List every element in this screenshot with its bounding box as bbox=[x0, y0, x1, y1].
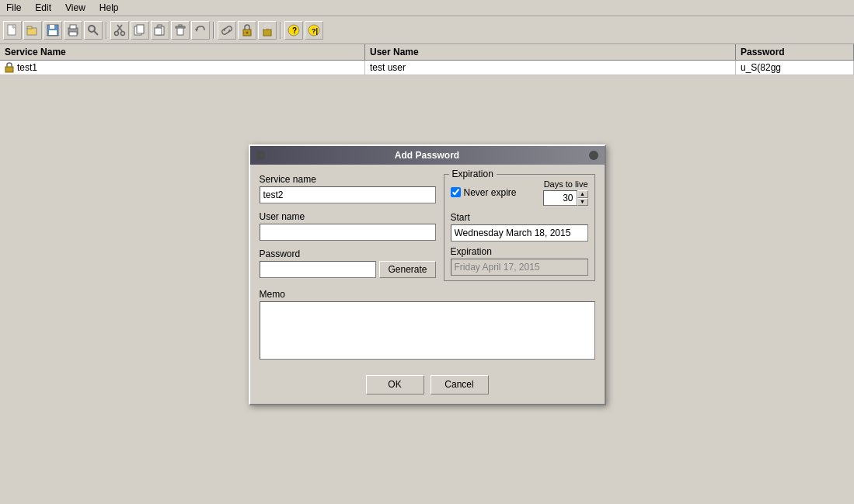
toolbar-help[interactable]: ? bbox=[284, 21, 303, 40]
menu-file[interactable]: File bbox=[3, 2, 24, 14]
memo-area: Memo bbox=[260, 289, 595, 360]
user-name-input[interactable] bbox=[260, 224, 436, 241]
password-input[interactable] bbox=[260, 261, 377, 278]
svg-rect-5 bbox=[50, 25, 54, 29]
generate-button[interactable]: Generate bbox=[379, 261, 435, 278]
toolbar-sep1 bbox=[106, 22, 107, 39]
start-label: Start bbox=[451, 212, 588, 223]
toolbar-sep2 bbox=[213, 22, 214, 39]
svg-text:?|: ?| bbox=[312, 27, 318, 35]
svg-rect-17 bbox=[137, 25, 144, 33]
service-name-field: Service name bbox=[260, 174, 436, 203]
memo-textarea[interactable] bbox=[260, 301, 595, 360]
memo-label: Memo bbox=[260, 289, 595, 300]
toolbar-copy[interactable] bbox=[131, 21, 149, 40]
toolbar-find[interactable] bbox=[84, 21, 103, 40]
toolbar-paste[interactable] bbox=[151, 21, 169, 40]
spinner-up-button[interactable]: ▲ bbox=[577, 190, 588, 198]
svg-rect-8 bbox=[70, 25, 76, 29]
svg-rect-9 bbox=[69, 32, 77, 36]
toolbar-new[interactable] bbox=[3, 21, 22, 40]
password-field: Password Generate bbox=[260, 249, 436, 278]
menu-edit[interactable]: Edit bbox=[32, 2, 54, 14]
password-label: Password bbox=[260, 249, 436, 259]
svg-line-11 bbox=[94, 31, 98, 35]
menu-view[interactable]: View bbox=[62, 2, 89, 14]
expiration-group: Expiration Never expire Days to live bbox=[444, 174, 595, 281]
dialog-overlay: Add Password Service name User bbox=[0, 44, 854, 504]
svg-point-14 bbox=[115, 31, 119, 35]
svg-rect-20 bbox=[155, 28, 162, 35]
dialog-body: Service name User name Password bbox=[250, 165, 605, 369]
toolbar-sep3 bbox=[280, 22, 281, 39]
svg-text:?: ? bbox=[292, 26, 297, 35]
spinner-wrap: ▲ ▼ bbox=[543, 190, 588, 206]
svg-point-26 bbox=[246, 31, 249, 33]
service-name-input[interactable] bbox=[260, 186, 436, 203]
toolbar-delete[interactable] bbox=[171, 21, 190, 40]
spinner-buttons: ▲ ▼ bbox=[577, 190, 588, 206]
svg-rect-0 bbox=[8, 25, 16, 35]
toolbar-lock[interactable] bbox=[238, 21, 256, 40]
svg-rect-19 bbox=[158, 25, 162, 27]
user-name-field: User name bbox=[260, 211, 436, 241]
titlebar-right-dot[interactable] bbox=[589, 151, 598, 160]
svg-marker-24 bbox=[195, 29, 198, 32]
start-field: Start bbox=[451, 212, 588, 242]
svg-rect-23 bbox=[179, 25, 182, 26]
password-row: Generate bbox=[260, 261, 436, 278]
toolbar-undo[interactable] bbox=[191, 21, 210, 40]
expiration-date-input bbox=[451, 259, 588, 276]
dialog-titlebar: Add Password bbox=[250, 146, 605, 165]
dialog-right: Expiration Never expire Days to live bbox=[444, 174, 595, 281]
dialog-columns: Service name User name Password bbox=[260, 174, 595, 281]
expiration-top: Never expire Days to live ▲ ▼ bbox=[451, 179, 588, 206]
toolbar: ? ?| bbox=[0, 16, 854, 44]
main-area: Service Name User Name Password test1 te… bbox=[0, 44, 854, 504]
days-live-col: Days to live ▲ ▼ bbox=[543, 179, 588, 206]
days-live-input[interactable] bbox=[543, 190, 577, 206]
menu-help[interactable]: Help bbox=[96, 2, 122, 14]
svg-rect-3 bbox=[27, 26, 32, 29]
toolbar-open[interactable] bbox=[23, 21, 42, 40]
titlebar-left-dot[interactable] bbox=[256, 151, 266, 160]
svg-point-15 bbox=[121, 31, 125, 35]
expiration-date-label: Expiration bbox=[451, 246, 588, 257]
expiration-legend: Expiration bbox=[449, 169, 497, 179]
svg-rect-27 bbox=[263, 30, 271, 36]
start-input[interactable] bbox=[451, 224, 588, 242]
svg-point-10 bbox=[89, 26, 95, 32]
toolbar-unlock[interactable] bbox=[258, 21, 277, 40]
menubar: File Edit View Help bbox=[0, 0, 854, 16]
never-expire-row: Never expire bbox=[451, 187, 517, 198]
spinner-down-button[interactable]: ▼ bbox=[577, 198, 588, 206]
user-name-label: User name bbox=[260, 211, 436, 222]
expiration-date-field: Expiration bbox=[451, 246, 588, 276]
dialog-title: Add Password bbox=[266, 150, 589, 161]
add-password-dialog: Add Password Service name User bbox=[249, 144, 606, 405]
toolbar-help2[interactable]: ?| bbox=[305, 21, 323, 40]
service-name-label: Service name bbox=[260, 174, 436, 185]
svg-rect-6 bbox=[49, 30, 57, 35]
toolbar-link[interactable] bbox=[218, 21, 236, 40]
toolbar-print[interactable] bbox=[64, 21, 82, 40]
never-expire-checkbox[interactable] bbox=[451, 187, 461, 197]
toolbar-save[interactable] bbox=[44, 21, 62, 40]
password-input-wrap bbox=[260, 261, 377, 278]
days-live-label: Days to live bbox=[544, 179, 588, 189]
toolbar-cut[interactable] bbox=[110, 21, 129, 40]
never-expire-label: Never expire bbox=[464, 187, 517, 198]
cancel-button[interactable]: Cancel bbox=[430, 375, 489, 395]
dialog-left: Service name User name Password bbox=[260, 174, 436, 281]
ok-button[interactable]: OK bbox=[366, 375, 424, 395]
dialog-buttons: OK Cancel bbox=[250, 369, 605, 404]
